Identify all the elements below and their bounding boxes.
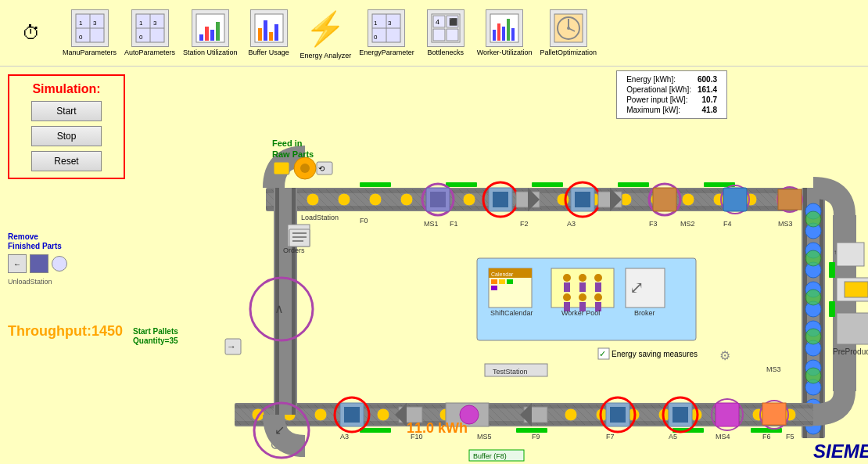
svg-text:✓: ✓ (599, 349, 606, 358)
svg-rect-15 (210, 30, 214, 41)
energy-parameter-label: EnergyParameter (359, 49, 414, 56)
svg-rect-124 (274, 162, 289, 174)
energy-label-1: Energy [kWh]: (623, 74, 694, 85)
reset-button[interactable]: Reset (31, 151, 102, 171)
svg-text:4: 4 (436, 18, 439, 26)
svg-rect-189 (610, 407, 626, 423)
ms3-label: MS3 (778, 220, 793, 228)
svg-point-165 (563, 293, 571, 301)
svg-rect-71 (446, 182, 477, 187)
broker-label: Broker (634, 309, 655, 317)
remove-finished-parts-label: RemoveFinished Parts (8, 232, 125, 251)
energy-label-3: Power input [kW]: (623, 95, 694, 105)
svg-point-93 (805, 329, 821, 344)
svg-text:0: 0 (139, 34, 143, 41)
svg-text:⟲: ⟲ (318, 164, 325, 173)
svg-point-90 (805, 211, 821, 227)
load-station-label: LoadStation (301, 214, 339, 221)
svg-point-57 (400, 193, 413, 206)
bottlenecks-tool[interactable]: 4 ⬛ Bottlenecks (422, 9, 469, 56)
svg-text:⚙: ⚙ (719, 349, 730, 362)
buffer-usage-icon (250, 9, 288, 47)
energy-value-3: 10.7 (694, 95, 720, 105)
f2-label: A3 (567, 220, 576, 228)
ms3-bottom-label: MS3 (766, 365, 781, 373)
start-pallets-label: Start Pallets (133, 327, 178, 336)
pallet-optimization-tool[interactable]: PalletOptimization (540, 9, 597, 56)
svg-rect-18 (258, 28, 262, 41)
svg-text:⤢: ⤢ (629, 278, 644, 297)
energy-value-1: 600.3 (694, 74, 720, 85)
svg-text:3: 3 (93, 20, 97, 27)
svg-rect-160 (564, 282, 570, 292)
svg-text:3: 3 (153, 20, 157, 27)
f4-label: F4 (723, 220, 732, 228)
ms5-label: MS5 (477, 433, 492, 441)
station-utilization-icon (192, 9, 229, 47)
buffer-usage-label: Buffer Usage (248, 49, 289, 56)
energy-value-4: 41.8 (694, 105, 720, 115)
svg-point-56 (369, 193, 382, 206)
worker-utilization-label: Worker-Utilization (477, 49, 533, 56)
energy-analyzer-tool[interactable]: ⚡ Energy Analyzer (300, 6, 352, 59)
energy-row-3: Power input [kW]: 10.7 (623, 95, 720, 105)
energy-label-4: Maximum [kW]: (623, 105, 694, 115)
siemens-brand: SIEMENS (813, 441, 868, 462)
buffer-usage-tool[interactable]: Buffer Usage (246, 9, 292, 56)
f6-label: F6 (762, 433, 771, 441)
f9-label: F9 (532, 433, 540, 441)
svg-point-163 (594, 274, 602, 282)
svg-rect-162 (579, 282, 586, 292)
svg-text:⬛: ⬛ (449, 17, 458, 27)
energy-analyzer-label: Energy Analyzer (300, 52, 352, 59)
pallets-quantity-label: Quantity=35 (133, 336, 178, 345)
svg-text:1: 1 (374, 20, 378, 27)
svg-text:→: → (227, 341, 236, 352)
kwh-display: 11.0 kWh (407, 420, 468, 436)
stop-button[interactable]: Stop (31, 126, 102, 146)
remove-parts-button[interactable]: ← (8, 254, 27, 273)
remove-parts-icon (30, 254, 48, 273)
shift-calendar-label: ShiftCalendar (490, 309, 533, 317)
svg-text:↺: ↺ (270, 437, 282, 453)
buffer-f8-label: Buffer (F8) (473, 452, 507, 460)
pallet-optimization-icon (550, 9, 587, 47)
svg-rect-19 (264, 20, 267, 41)
svg-point-102 (314, 408, 327, 421)
svg-rect-20 (269, 32, 273, 41)
station-utilization-tool[interactable]: Station Utilization (183, 9, 238, 56)
f7-label: F7 (606, 433, 615, 441)
worker-utilization-tool[interactable]: Worker-Utilization (477, 9, 533, 56)
svg-point-104 (377, 408, 389, 421)
svg-rect-122 (292, 188, 296, 415)
svg-text:3: 3 (388, 20, 392, 27)
svg-rect-203 (829, 262, 835, 278)
svg-rect-116 (360, 428, 391, 433)
energy-table: Energy [kWh]: 600.3 Operational [kWh]: 1… (623, 74, 720, 115)
energy-row-4: Maximum [kW]: 41.8 (623, 105, 720, 115)
svg-rect-201 (845, 282, 868, 297)
manu-parameters-tool[interactable]: 1 3 0 ManuParameters (63, 9, 117, 56)
svg-rect-123 (833, 215, 856, 391)
svg-rect-39 (507, 19, 510, 41)
svg-rect-13 (199, 34, 203, 41)
energy-parameter-tool[interactable]: 1 3 0 EnergyParameter (359, 9, 414, 56)
svg-rect-154 (491, 279, 497, 284)
pallet-optimization-label: PalletOptimization (540, 49, 597, 56)
left-panel: Simulation: Start Stop Reset RemoveFinis… (0, 67, 133, 464)
svg-rect-121 (275, 188, 279, 415)
energy-label-2: Operational [kWh]: (623, 85, 694, 95)
svg-rect-204 (829, 301, 835, 317)
auto-parameters-tool[interactable]: 1 3 0 AutoParameters (124, 9, 175, 56)
svg-text:∧: ∧ (274, 302, 284, 315)
start-button[interactable]: Start (31, 101, 102, 121)
svg-rect-73 (618, 182, 649, 187)
remove-parts-controls: ← (8, 254, 125, 273)
f1-label: F1 (450, 220, 458, 228)
auto-parameters-label: AutoParameters (124, 49, 175, 56)
f0-label: F0 (360, 217, 368, 225)
remove-parts-circle (52, 256, 67, 272)
simulation-canvas: Feed in Raw Parts ⟲ LoadStation ≡ Orders… (133, 67, 868, 464)
energy-info-box: Energy [kWh]: 600.3 Operational [kWh]: 1… (616, 70, 727, 119)
svg-rect-21 (274, 24, 278, 41)
